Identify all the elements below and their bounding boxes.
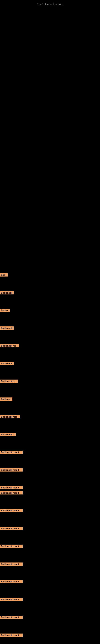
bottleneck-label-container: Bottleneck result [0, 527, 23, 531]
bottleneck-label-container: Bottleneck result [0, 486, 23, 490]
bottleneck-result-label: Bottleneck result [0, 527, 23, 530]
bottleneck-label-container: Bottleneck [0, 326, 14, 330]
bottleneck-label-container: Bottleneck r [0, 433, 16, 437]
bottleneck-result-label: Bottleneck result [0, 544, 23, 548]
bottleneck-result-label: Bottleneck res [0, 344, 19, 347]
bottleneck-label-container: Bottleneck result [0, 509, 23, 513]
bottleneck-result-label: Bottleneck [0, 291, 14, 294]
bottleneck-label-container: Bottleneck [0, 291, 14, 295]
bottleneck-result-label: Bottleneck result [0, 491, 23, 494]
bottleneck-label-container: Bottleneck result [0, 491, 23, 495]
bottleneck-label-container: Bottleneck result [0, 598, 23, 602]
bottleneck-result-label: Bottleneck re [0, 380, 18, 383]
site-title: TheBottlenecker.com [0, 1, 100, 8]
bottleneck-result-label: Bottler [0, 309, 10, 312]
bottleneck-label-container: Bottleneck re [0, 380, 18, 384]
bottleneck-result-label: Bottlenec [0, 398, 12, 401]
bottleneck-label-container: Bottleneck result [0, 468, 23, 472]
bottleneck-label-container: Bottlenec [0, 398, 12, 402]
bottleneck-result-label: Bottleneck result [0, 450, 23, 454]
bottleneck-result-label: Bottleneck resu [0, 415, 20, 418]
bottleneck-result-label: Bottleneck [0, 362, 14, 365]
bottleneck-result-label: Bottleneck r [0, 433, 16, 436]
bottleneck-result-label: Bott [0, 273, 8, 276]
bottleneck-result-label: Bottleneck result [0, 598, 23, 601]
bottleneck-result-label: Bottleneck result [0, 616, 23, 619]
bottleneck-label-container: Bottleneck [0, 362, 14, 366]
bottleneck-label-container: Bottleneck res [0, 344, 19, 348]
bottleneck-label-container: Bottleneck resu [0, 415, 20, 419]
bottleneck-label-container: Bottler [0, 309, 10, 313]
bottleneck-result-label: Bottleneck result [0, 580, 23, 583]
bottleneck-result-label: Bottleneck result [0, 509, 23, 512]
bottleneck-label-container: Bottleneck result [0, 544, 23, 548]
bottleneck-result-label: Bottleneck result [0, 562, 23, 566]
bottleneck-label-container: Bottleneck result [0, 580, 23, 584]
bottleneck-label-container: Bottleneck result [0, 562, 23, 566]
bottleneck-label-container: Bottleneck result [0, 616, 23, 620]
bottleneck-result-label: Bottleneck result [0, 486, 23, 489]
bottleneck-result-label: Bottleneck result [0, 468, 23, 472]
bottleneck-result-label: Bottleneck result [0, 634, 23, 637]
bottleneck-result-label: Bottleneck [0, 326, 14, 330]
bottleneck-label-container: Bott [0, 273, 8, 277]
bottleneck-label-container: Bottleneck result [0, 634, 23, 638]
bottleneck-label-container: Bottleneck result [0, 450, 23, 454]
